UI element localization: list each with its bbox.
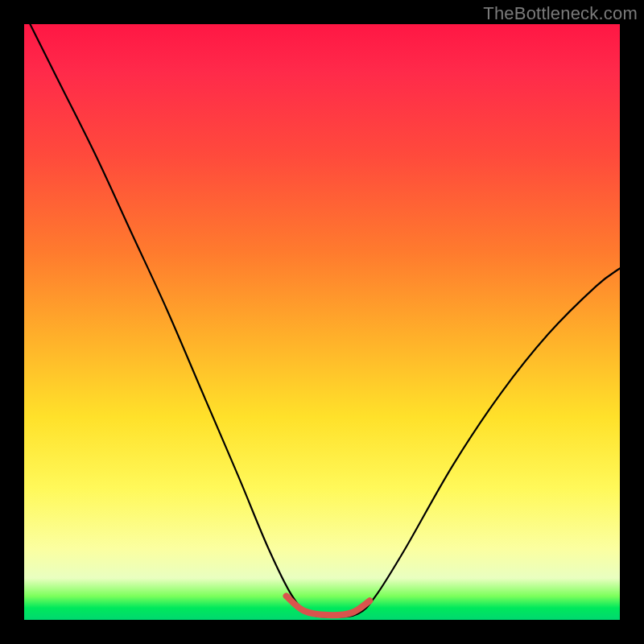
bottom-highlight-path: [287, 596, 370, 615]
attribution-label: TheBottleneck.com: [483, 3, 638, 24]
chart-plot-area: [24, 24, 620, 620]
chart-svg: [24, 24, 620, 620]
bottleneck-curve-path: [30, 24, 620, 617]
outer-frame: TheBottleneck.com: [0, 0, 644, 644]
